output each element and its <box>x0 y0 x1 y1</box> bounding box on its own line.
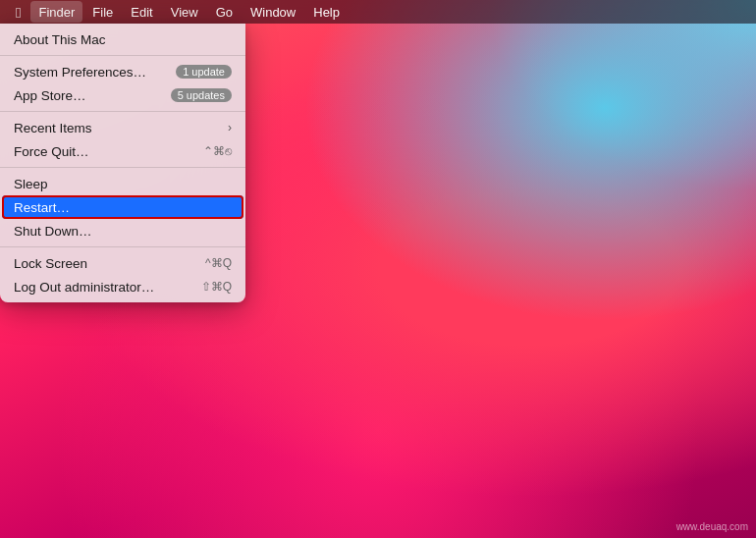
force-quit-shortcut: ⌃⌘⎋ <box>203 144 232 158</box>
about-this-mac-item[interactable]: About This Mac <box>0 27 245 51</box>
file-menu[interactable]: File <box>84 1 121 23</box>
help-menu[interactable]: Help <box>305 1 348 23</box>
system-preferences-item[interactable]: System Preferences… 1 update <box>0 60 245 83</box>
menubar:  Finder File Edit View Go Window Help <box>0 0 756 24</box>
apple-dropdown-menu: About This Mac System Preferences… 1 upd… <box>0 24 245 302</box>
view-menu[interactable]: View <box>163 1 206 23</box>
separator-1 <box>0 55 245 56</box>
system-prefs-badge: 1 update <box>176 65 232 79</box>
lock-screen-shortcut: ^⌘Q <box>205 256 232 270</box>
app-store-badge: 5 updates <box>171 88 232 102</box>
log-out-shortcut: ⇧⌘Q <box>201 280 232 294</box>
finder-menu[interactable]: Finder <box>30 1 82 23</box>
window-menu[interactable]: Window <box>243 1 303 23</box>
chevron-right-icon: › <box>228 121 232 134</box>
watermark: www.deuaq.com <box>676 521 748 532</box>
app-store-item[interactable]: App Store… 5 updates <box>0 83 245 107</box>
restart-item[interactable]: Restart… <box>2 195 243 219</box>
separator-4 <box>0 246 245 247</box>
shut-down-item[interactable]: Shut Down… <box>0 219 245 242</box>
apple-menu-icon[interactable]:  <box>8 4 28 21</box>
sleep-item[interactable]: Sleep <box>0 172 245 195</box>
separator-2 <box>0 111 245 112</box>
go-menu[interactable]: Go <box>208 1 241 23</box>
separator-3 <box>0 167 245 168</box>
edit-menu[interactable]: Edit <box>123 1 160 23</box>
recent-items-item[interactable]: Recent Items › <box>0 116 245 139</box>
force-quit-item[interactable]: Force Quit… ⌃⌘⎋ <box>0 139 245 163</box>
lock-screen-item[interactable]: Lock Screen ^⌘Q <box>0 251 245 275</box>
log-out-item[interactable]: Log Out administrator… ⇧⌘Q <box>0 275 245 298</box>
